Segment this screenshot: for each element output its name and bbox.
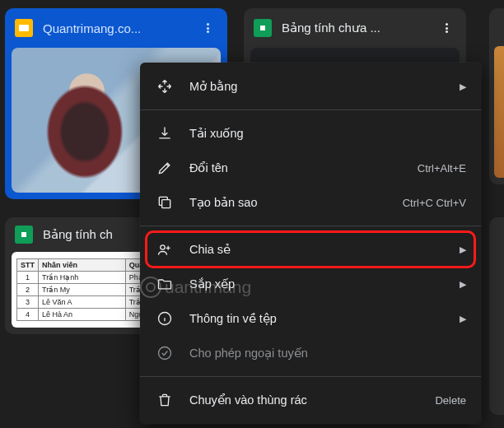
menu-shortcut: Ctrl+Alt+E [418,162,466,174]
file-title: Bảng tính chưa ... [282,21,425,35]
menu-divider [140,376,481,377]
rename-icon [156,160,173,176]
menu-item-open-with[interactable]: Mở bằng ▶ [140,69,481,104]
file-title: Quantrimang.co... [43,21,186,35]
chevron-right-icon: ▶ [460,81,466,92]
menu-item-make-copy[interactable]: Tạo bản sao Ctrl+C Ctrl+V [140,185,481,220]
copy-icon [156,194,173,211]
context-menu: Mở bằng ▶ Tải xuống Đổi tên Ctrl+Alt+E T… [140,63,481,424]
trash-icon [156,392,173,408]
menu-item-label: Thông tin về tệp [189,312,443,325]
menu-item-label: Tạo bản sao [189,196,386,209]
menu-item-file-info[interactable]: Thông tin về tệp ▶ [140,301,481,336]
more-vert-icon [202,22,213,34]
chevron-right-icon: ▶ [460,314,466,324]
file-card-partial[interactable] [489,217,504,415]
sheet-header: STT [17,259,39,272]
info-icon [156,310,173,327]
slides-icon [15,19,33,37]
offline-icon [156,345,173,361]
menu-item-download[interactable]: Tải xuống [140,116,481,151]
more-vert-icon [441,22,452,34]
menu-item-label: Tải xuống [189,127,466,140]
menu-divider [140,226,481,226]
menu-item-rename[interactable]: Đổi tên Ctrl+Alt+E [140,151,481,185]
menu-divider [140,109,481,110]
sheets-icon [254,19,272,37]
sheet-header: Nhân viên [39,259,126,272]
more-actions-button[interactable] [435,16,458,40]
menu-item-label: Cho phép ngoại tuyến [189,347,466,360]
open-with-icon [156,78,173,95]
menu-item-share[interactable]: Chia sẻ ▶ [140,232,481,267]
file-card-partial[interactable] [489,8,504,184]
menu-item-label: Sắp xếp [189,277,443,291]
svg-point-3 [159,347,171,360]
download-icon [156,125,173,142]
menu-item-label: Chuyển vào thùng rác [189,393,418,407]
svg-point-1 [161,245,165,249]
menu-item-organize[interactable]: Sắp xếp ▶ [140,267,481,301]
share-icon [156,241,173,258]
menu-item-offline: Cho phép ngoại tuyến [140,336,481,370]
chevron-right-icon: ▶ [460,244,466,255]
menu-shortcut: Ctrl+C Ctrl+V [403,197,466,209]
menu-shortcut: Delete [435,394,466,407]
menu-item-label: Đổi tên [189,161,401,174]
chevron-right-icon: ▶ [460,279,466,290]
menu-item-trash[interactable]: Chuyển vào thùng rác Delete [140,383,481,417]
folder-icon [156,276,173,292]
menu-item-label: Chia sẻ [189,243,443,256]
menu-item-label: Mở bằng [189,80,443,93]
sheets-icon [15,226,33,244]
svg-rect-0 [162,200,170,208]
more-actions-button[interactable] [196,16,219,40]
